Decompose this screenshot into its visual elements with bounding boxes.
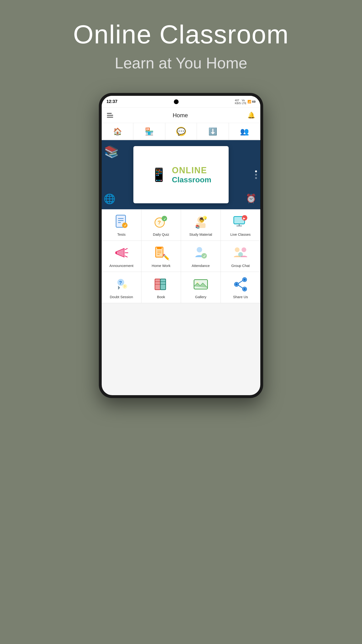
study-icon: 👦 📚 💡: [193, 214, 209, 230]
gallery-label: Gallery: [195, 295, 207, 299]
svg-line-52: [238, 280, 242, 283]
status-icons: 407KB/S VoLTE 📶 69: [235, 99, 256, 105]
tests-icon: ✓: [113, 214, 130, 230]
svg-rect-21: [115, 252, 117, 254]
groupchat-label: Group Chat: [231, 264, 250, 268]
banner-tablet-icon: 📱: [151, 167, 167, 182]
notification-bell-icon[interactable]: 🔔: [247, 112, 255, 119]
menu-item-gallery[interactable]: Gallery: [181, 272, 221, 303]
svg-rect-26: [157, 247, 162, 249]
svg-line-53: [238, 285, 242, 288]
header-section: Online Classroom Learn at You Home: [0, 19, 362, 72]
menu-item-study-material[interactable]: 👦 📚 💡 Study Material: [181, 210, 221, 241]
tab-profile[interactable]: 👥: [229, 123, 260, 140]
svg-text:✏️: ✏️: [162, 254, 169, 261]
top-nav: Home 🔔: [102, 108, 260, 123]
quiz-icon: ? ✓: [153, 214, 169, 230]
live-icon: ▶: [232, 214, 249, 230]
study-label: Study Material: [189, 232, 212, 237]
download-tab-icon: ⬇️: [208, 127, 217, 136]
menu-item-share-us[interactable]: Share Us: [221, 272, 261, 303]
attendance-icon: ✓: [193, 245, 209, 261]
banner-classroom-text: Classroom: [172, 176, 211, 184]
banner-clock-icon: ⏰: [246, 194, 257, 204]
status-time: 12:37: [106, 99, 117, 104]
banner-text: ONLINE Classroom: [172, 166, 211, 184]
quiz-label: Daily Quiz: [153, 232, 169, 237]
banner-section: 📚 🌐 ⏰ 📱 ONLINE Classroom: [102, 140, 260, 209]
menu-item-attendance[interactable]: ✓ Attendance: [181, 241, 221, 272]
tab-download[interactable]: ⬇️: [197, 123, 229, 140]
svg-text:?: ?: [158, 219, 161, 226]
svg-point-31: [197, 247, 202, 253]
gallery-icon: [193, 276, 209, 292]
network-speed: 407KB/S: [235, 99, 241, 105]
svg-text:✓: ✓: [203, 254, 206, 258]
camera-cutout: [174, 100, 179, 104]
attendance-label: Attendance: [192, 264, 210, 268]
homework-label: Home Work: [152, 264, 171, 268]
svg-text:✓: ✓: [124, 224, 127, 228]
status-bar: 12:37 407KB/S VoLTE 📶 69: [102, 96, 260, 108]
phone-screen: 12:37 407KB/S VoLTE 📶 69 Home 🔔: [102, 96, 260, 395]
tab-bar: 🏠 🏪 💬 ⬇️ 👥: [102, 123, 260, 140]
homework-icon: ✏️: [153, 245, 169, 261]
nav-title: Home: [173, 112, 188, 119]
banner-dot-2: [255, 174, 257, 176]
profile-tab-icon: 👥: [240, 127, 249, 136]
phone-frame: 12:37 407KB/S VoLTE 📶 69 Home 🔔: [99, 93, 263, 398]
menu-item-group-chat[interactable]: Group Chat: [221, 241, 261, 272]
banner-card: 📱 ONLINE Classroom: [133, 146, 229, 203]
tab-chat[interactable]: 💬: [165, 123, 197, 140]
main-title: Online Classroom: [0, 19, 362, 49]
tab-home[interactable]: 🏠: [102, 123, 133, 140]
svg-point-54: [243, 278, 246, 281]
svg-text:💡: 💡: [204, 217, 207, 220]
tests-label: Tests: [117, 232, 125, 237]
share-label: Share Us: [233, 295, 248, 299]
phone-wrapper: 12:37 407KB/S VoLTE 📶 69 Home 🔔: [99, 93, 263, 398]
groupchat-icon: [232, 245, 249, 261]
doubt-icon: ? ?: [113, 276, 130, 292]
menu-grid: ✓ Tests ? ✓ Daily Quiz: [102, 209, 260, 303]
store-tab-icon: 🏪: [145, 127, 154, 136]
svg-line-22: [125, 248, 127, 250]
signal-icon: 📶: [247, 100, 251, 104]
network-type: VoLTE: [242, 99, 246, 105]
svg-point-55: [235, 283, 238, 286]
banner-dot-3: [255, 177, 257, 179]
menu-item-book[interactable]: Book: [141, 272, 181, 303]
menu-item-live-classes[interactable]: ▶ Live Classes: [221, 210, 261, 241]
svg-text:📚: 📚: [195, 224, 200, 229]
book-icon: [153, 276, 169, 292]
banner-books-icon: 📚: [104, 145, 119, 159]
svg-point-35: [242, 248, 246, 252]
svg-text:?: ?: [124, 285, 125, 288]
home-tab-icon: 🏠: [113, 127, 122, 136]
banner-globe-icon: 🌐: [104, 193, 115, 204]
announce-label: Announcement: [109, 264, 133, 268]
svg-text:✓: ✓: [163, 217, 166, 221]
banner-dots: [255, 170, 257, 179]
banner-dot-1: [255, 170, 257, 172]
hamburger-menu[interactable]: [107, 113, 113, 118]
share-icon: [232, 276, 249, 292]
chat-tab-icon: 💬: [176, 127, 186, 136]
svg-line-24: [125, 256, 127, 257]
svg-text:?: ?: [119, 280, 122, 285]
subtitle: Learn at You Home: [0, 54, 362, 72]
menu-item-daily-quiz[interactable]: ? ✓ Daily Quiz: [141, 210, 181, 241]
menu-item-home-work[interactable]: ✏️ Home Work: [141, 241, 181, 272]
menu-item-announcement[interactable]: Announcement: [102, 241, 141, 272]
tab-store[interactable]: 🏪: [133, 123, 165, 140]
book-label: Book: [157, 295, 165, 299]
svg-point-56: [243, 288, 246, 290]
live-label: Live Classes: [230, 232, 251, 237]
svg-point-34: [235, 248, 240, 252]
banner-online-text: ONLINE: [172, 166, 211, 176]
menu-item-doubt-session[interactable]: ? ? Doubt Session: [102, 272, 141, 303]
battery-level: 69: [252, 100, 256, 104]
menu-item-tests[interactable]: ✓ Tests: [102, 210, 141, 241]
announce-icon: [113, 245, 130, 261]
doubt-label: Doubt Session: [110, 295, 133, 299]
